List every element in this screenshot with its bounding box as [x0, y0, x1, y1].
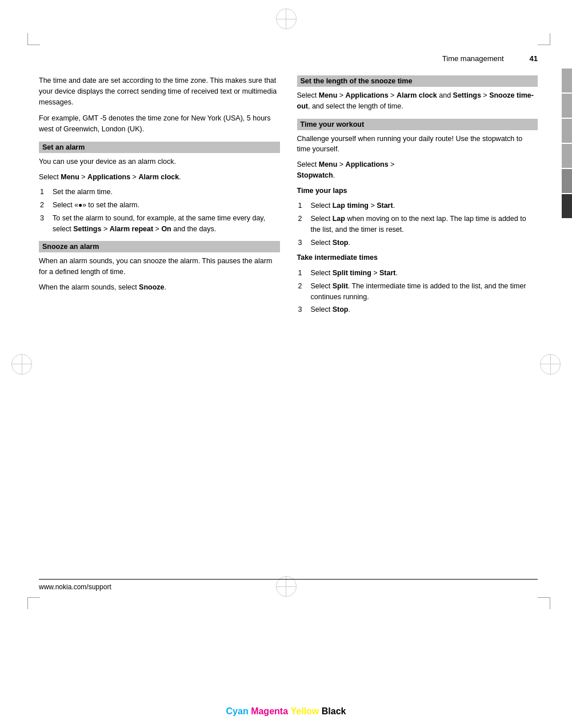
- reg-mark-left: [11, 354, 32, 375]
- list-item: 1 Select Lap timing > Start.: [297, 200, 538, 211]
- corner-tr-h: [538, 45, 550, 45]
- reg-mark-right: [540, 354, 561, 375]
- list-item: 1 Select Split timing > Start.: [297, 268, 538, 279]
- page: Time management 41 The time and date are…: [0, 0, 572, 728]
- set-alarm-steps: 1 Set the alarm time. 2 Select «●» to se…: [39, 187, 280, 234]
- snooze-alarm-body2: When the alarm sounds, select Snooze.: [39, 282, 280, 293]
- list-item: 2 Select Split. The intermediate time is…: [297, 281, 538, 303]
- cmyk-magenta: Magenta: [251, 706, 288, 717]
- side-tab-6: [562, 194, 572, 218]
- intro-para2: For example, GMT -5 denotes the time zon…: [39, 113, 280, 135]
- corner-bl-v: [27, 598, 28, 609]
- snooze-time-header: Set the length of the snooze time: [297, 75, 538, 87]
- corner-tl-h: [27, 45, 40, 45]
- cmyk-cyan: Cyan: [226, 706, 249, 717]
- content-area: Time management 41 The time and date are…: [39, 54, 538, 585]
- intro-para1: The time and date are set according to t…: [39, 75, 280, 107]
- footer-area: www.nokia.com/support: [39, 579, 538, 591]
- cmyk-black: Black: [322, 706, 346, 717]
- side-tab-1: [562, 69, 572, 92]
- two-column-layout: The time and date are set according to t…: [39, 75, 538, 320]
- side-tab-3: [562, 119, 572, 143]
- snooze-alarm-header: Snooze an alarm: [39, 241, 280, 252]
- list-item: 3 To set the alarm to sound, for example…: [39, 213, 280, 235]
- corner-bl-h: [27, 597, 40, 598]
- corner-tr-v: [550, 33, 550, 45]
- right-column: Set the length of the snooze time Select…: [297, 75, 538, 320]
- left-column: The time and date are set according to t…: [39, 75, 280, 320]
- corner-tl-v: [27, 33, 28, 45]
- workout-header: Time your workout: [297, 119, 538, 130]
- footer-url: www.nokia.com/support: [39, 583, 111, 591]
- side-tab-2: [562, 94, 572, 118]
- corner-br-v: [550, 598, 550, 609]
- set-alarm-header: Set an alarm: [39, 142, 280, 153]
- snooze-alarm-body1: When an alarm sounds, you can snooze the…: [39, 256, 280, 277]
- cmyk-color-bar: Cyan Magenta Yellow Black: [226, 706, 346, 717]
- workout-body: Challenge yourself when running your dai…: [297, 134, 538, 155]
- set-alarm-menu: Select Menu > Applications > Alarm clock…: [39, 172, 280, 183]
- page-header: Time management 41: [39, 54, 538, 65]
- list-item: 3 Select Stop.: [297, 304, 538, 315]
- intermediate-header-text: Take intermediate times: [297, 252, 538, 263]
- reg-mark-top: [276, 9, 297, 29]
- snooze-time-body: Select Menu > Applications > Alarm clock…: [297, 90, 538, 112]
- list-item: 2 Select Lap when moving on to the next …: [297, 214, 538, 235]
- intermediate-steps: 1 Select Split timing > Start. 2 Select …: [297, 268, 538, 315]
- page-number: 41: [530, 54, 538, 63]
- set-alarm-body: You can use your device as an alarm cloc…: [39, 156, 280, 167]
- list-item: 3 Select Stop.: [297, 238, 538, 248]
- laps-header-text: Time your laps: [297, 186, 538, 196]
- cmyk-yellow: Yellow: [290, 706, 319, 717]
- list-item: 1 Set the alarm time.: [39, 187, 280, 198]
- side-tab-4: [562, 144, 572, 168]
- side-tabs: [562, 69, 572, 218]
- list-item: 2 Select «●» to set the alarm.: [39, 200, 280, 211]
- corner-br-h: [538, 597, 550, 598]
- laps-steps: 1 Select Lap timing > Start. 2 Select La…: [297, 200, 538, 248]
- page-header-title: Time management: [442, 54, 504, 63]
- workout-menu: Select Menu > Applications >Stopwatch.: [297, 159, 538, 181]
- side-tab-5: [562, 169, 572, 193]
